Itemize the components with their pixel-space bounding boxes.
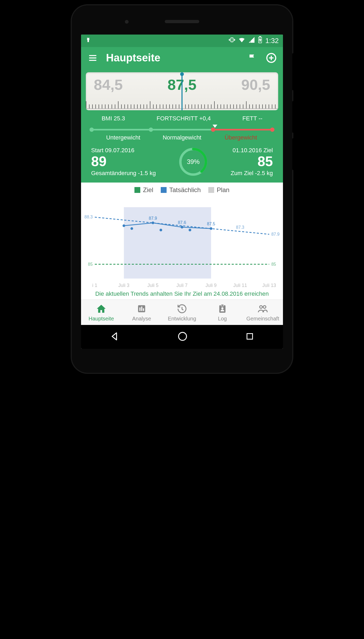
dial-needle: [181, 74, 183, 110]
svg-point-46: [221, 307, 223, 309]
svg-rect-45: [221, 304, 224, 306]
tab-history[interactable]: Entwicklung: [162, 300, 202, 325]
weight-dial[interactable]: 84,5 87,5 90,5: [86, 72, 278, 110]
flag-button[interactable]: [246, 52, 258, 64]
svg-text:Juli 13: Juli 13: [262, 283, 276, 288]
svg-point-48: [263, 306, 266, 308]
status-time: 1:32: [265, 37, 279, 45]
dial-high: 90,5: [241, 76, 270, 93]
svg-text:Juli 3: Juli 3: [118, 283, 129, 288]
dial-low: 84,5: [94, 76, 123, 93]
tab-home[interactable]: Hauptseite: [81, 300, 121, 325]
goal-target-sub: Zum Ziel -2.5 kg: [231, 170, 273, 177]
svg-text:85: 85: [88, 262, 93, 266]
wifi-icon: !: [238, 36, 246, 45]
legend-actual: Tatsächlich: [161, 186, 201, 194]
svg-point-33: [189, 229, 191, 231]
tab-analyse[interactable]: Analyse: [121, 300, 162, 325]
battery-charging-icon: [258, 36, 263, 45]
svg-point-29: [181, 226, 183, 228]
goal-target-value: 85: [231, 154, 273, 168]
goal-target: 01.10.2016 Ziel 85 Zum Ziel -2.5 kg: [231, 147, 273, 177]
svg-text:Juli 9: Juli 9: [206, 283, 217, 288]
legend-plan: Plan: [208, 186, 230, 194]
signal-icon: !: [248, 36, 255, 45]
page-title: Hauptseite: [106, 52, 239, 64]
bmi-stat: BMI 25.3: [101, 115, 125, 122]
svg-rect-43: [143, 308, 144, 311]
svg-point-27: [122, 225, 125, 227]
tab-log[interactable]: Log: [202, 300, 243, 325]
legend-goal: Ziel: [134, 186, 153, 194]
bmi-labels: Untergewicht Normalgewicht Übergewicht: [86, 133, 278, 144]
android-nav-bar: [81, 325, 283, 349]
android-icon: [85, 37, 91, 45]
add-button[interactable]: [265, 52, 277, 64]
goal-start-label: Start 09.07.2016: [91, 147, 156, 154]
svg-rect-42: [141, 307, 142, 311]
svg-text:87.9: 87.9: [149, 216, 157, 221]
svg-text:!: !: [250, 40, 251, 43]
bmi-overweight: Übergewicht: [211, 134, 270, 141]
volume-down-button[interactable]: [292, 138, 295, 170]
svg-text:Juli 5: Juli 5: [147, 283, 159, 288]
svg-rect-17: [124, 207, 211, 279]
svg-text:!: !: [243, 40, 244, 43]
weight-chart[interactable]: i 1Juli 3Juli 5Juli 7Juli 9Juli 11Juli 1…: [84, 199, 280, 289]
volume-up-button[interactable]: [292, 101, 295, 133]
svg-rect-4: [231, 38, 233, 42]
front-camera: [125, 20, 129, 24]
svg-text:87.6: 87.6: [178, 220, 186, 225]
status-bar: ! ! 1:32: [81, 35, 283, 47]
svg-text:87.3: 87.3: [236, 225, 244, 230]
goal-start: Start 09.07.2016 89 Gesamtänderung -1.5 …: [91, 147, 156, 177]
chart-section: Ziel Tatsächlich Plan i 1Juli 3Juli 5Jul…: [81, 183, 283, 299]
tab-community[interactable]: Gemeinschaft: [243, 300, 283, 325]
nav-back-button[interactable]: [109, 331, 120, 343]
power-button[interactable]: [292, 53, 295, 90]
fat-stat: FETT --: [242, 115, 262, 122]
vibrate-icon: [228, 36, 235, 45]
goal-start-value: 89: [91, 154, 156, 168]
phone-frame: ! ! 1:32 Hauptseite 84,5: [72, 5, 292, 373]
svg-point-32: [159, 229, 162, 231]
bmi-underweight: Untergewicht: [94, 134, 153, 141]
trend-text: Die aktuellen Trends anhalten Sie Ihr Zi…: [84, 290, 280, 297]
weight-dial-section: 84,5 87,5 90,5 BMI 25.3 FORTSCHRITT +0,4…: [81, 69, 283, 183]
screen: ! ! 1:32 Hauptseite 84,5: [81, 35, 283, 349]
goal-start-sub: Gesamtänderung -1.5 kg: [91, 170, 156, 177]
svg-line-2: [87, 38, 88, 39]
bottom-tab-bar: Hauptseite Analyse Entwicklung Log Gemei…: [81, 299, 283, 325]
svg-rect-41: [139, 307, 141, 311]
menu-button[interactable]: [87, 52, 99, 64]
svg-rect-1: [87, 40, 89, 42]
svg-text:87.9: 87.9: [271, 232, 280, 236]
stats-row: BMI 25.3 FORTSCHRITT +0,4 FETT --: [86, 110, 278, 125]
svg-point-31: [130, 227, 133, 230]
svg-text:87.5: 87.5: [207, 222, 215, 226]
svg-text:88.3: 88.3: [84, 215, 93, 219]
svg-text:Juli 7: Juli 7: [176, 283, 188, 288]
progress-ring: 39%: [179, 147, 208, 176]
svg-text:i 1: i 1: [92, 283, 97, 288]
app-bar: Hauptseite: [81, 47, 283, 69]
svg-point-47: [260, 306, 262, 308]
nav-recent-button[interactable]: [245, 332, 255, 342]
chart-legend: Ziel Tatsächlich Plan: [84, 186, 280, 194]
goal-target-label: 01.10.2016 Ziel: [231, 147, 273, 154]
nav-home-button[interactable]: [177, 331, 188, 343]
svg-text:85: 85: [271, 262, 276, 266]
svg-rect-8: [260, 36, 261, 37]
svg-text:Juli 11: Juli 11: [233, 283, 247, 288]
bmi-range-bar: [91, 126, 273, 133]
speaker: [165, 20, 199, 23]
svg-point-49: [179, 332, 187, 340]
progress-stat: FORTSCHRITT +0,4: [156, 115, 211, 122]
svg-line-3: [89, 38, 89, 39]
bmi-normal: Normalgewicht: [153, 134, 211, 141]
goal-summary: Start 09.07.2016 89 Gesamtänderung -1.5 …: [86, 144, 278, 183]
svg-rect-50: [247, 334, 252, 339]
progress-percent: 39%: [179, 147, 208, 176]
bmi-marker: [213, 124, 217, 129]
